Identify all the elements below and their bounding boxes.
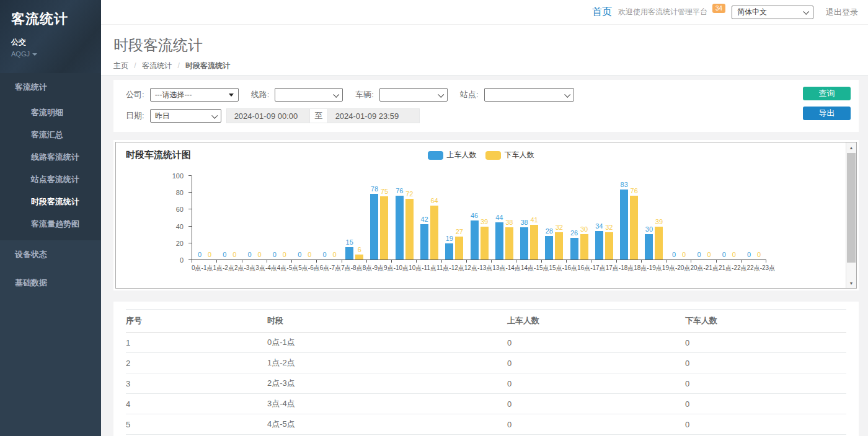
bar-group: 7875 bbox=[367, 176, 392, 259]
line-select[interactable] bbox=[275, 88, 343, 102]
company-label: 公司: bbox=[126, 89, 144, 100]
chart-scrollbar: ▲ ▼ bbox=[846, 142, 856, 288]
bar-value-label: 44 bbox=[495, 214, 503, 221]
sidebar-item-station-stats[interactable]: 站点客流统计 bbox=[0, 168, 101, 191]
org-name: 公交 bbox=[11, 37, 90, 48]
bar-group: 2630 bbox=[567, 176, 591, 259]
bar-value-label: 0 bbox=[757, 251, 761, 258]
export-button[interactable]: 导出 bbox=[803, 107, 851, 120]
bar-value-label: 6 bbox=[358, 246, 361, 253]
bar: 78 bbox=[370, 194, 378, 259]
bar-group: 1927 bbox=[442, 176, 467, 259]
bar: 15 bbox=[345, 247, 353, 259]
table-cell: 0 bbox=[685, 353, 846, 373]
bar: 64 bbox=[430, 206, 438, 259]
bar-group: 4264 bbox=[417, 176, 441, 259]
table-cell: 0 bbox=[507, 414, 685, 435]
bar-value-label: 0 bbox=[682, 251, 686, 258]
bar-value-label: 30 bbox=[580, 225, 588, 233]
bar-group: 00 bbox=[267, 176, 292, 259]
date-end-input[interactable]: 2024-01-09 23:59 bbox=[327, 108, 420, 123]
query-button[interactable]: 查询 bbox=[803, 87, 851, 100]
bar-group: 00 bbox=[292, 176, 317, 259]
sidebar-item-passenger-summary[interactable]: 客流汇总 bbox=[0, 124, 101, 146]
x-tick-mark bbox=[392, 260, 417, 263]
y-tick-label: 60 bbox=[176, 206, 184, 213]
station-select[interactable] bbox=[484, 88, 574, 102]
scrollbar-thumb[interactable] bbox=[847, 153, 856, 263]
sidebar-item-passenger-detail[interactable]: 客流明细 bbox=[0, 102, 101, 124]
date-start-input[interactable]: 2024-01-09 00:00 bbox=[226, 108, 310, 123]
x-tick-mark bbox=[542, 260, 567, 263]
bar-value-label: 32 bbox=[556, 224, 563, 231]
date-to-label: 至 bbox=[310, 108, 327, 123]
period-stats-table: 序号 时段 上车人数 下车人数 10点-1点0021点-2点0032点-3点00… bbox=[126, 309, 846, 436]
bar: 41 bbox=[530, 225, 538, 259]
y-tick-label: 100 bbox=[172, 172, 184, 180]
bar: 28 bbox=[545, 236, 553, 259]
bar-group: 00 bbox=[742, 176, 766, 259]
logout-link[interactable]: 退出登录 bbox=[826, 7, 858, 18]
x-tick-label: 15点-16点 bbox=[549, 264, 578, 272]
date-label: 日期: bbox=[126, 110, 144, 121]
bar-value-label: 0 bbox=[322, 251, 326, 258]
table-cell: 0 bbox=[685, 394, 846, 414]
x-tick-mark bbox=[642, 260, 666, 263]
sidebar-item-passenger-stats[interactable]: 客流统计 bbox=[0, 73, 101, 102]
bar: 83 bbox=[620, 190, 628, 259]
x-tick-mark bbox=[267, 260, 292, 263]
legend-item-boarding[interactable]: 上车人数 bbox=[428, 150, 477, 160]
table-cell: 1点-2点 bbox=[267, 353, 507, 373]
x-tick-label: 17点-18点 bbox=[606, 264, 634, 272]
vehicle-select[interactable] bbox=[379, 88, 448, 102]
scroll-down-arrow[interactable]: ▼ bbox=[846, 278, 856, 288]
company-select[interactable]: ---请选择--- bbox=[150, 88, 239, 102]
welcome-text: 欢迎使用客流统计管理平台 bbox=[618, 7, 707, 17]
x-tick-label: 4点-5点 bbox=[277, 264, 298, 272]
bar: 46 bbox=[471, 220, 479, 259]
x-tick-label: 2点-3点 bbox=[234, 264, 255, 272]
date-preset-select[interactable]: 昨日 bbox=[150, 109, 221, 123]
bar: 19 bbox=[445, 243, 453, 259]
language-select[interactable]: 简体中文 bbox=[732, 6, 813, 19]
bar-value-label: 39 bbox=[480, 218, 488, 225]
bar: 76 bbox=[630, 196, 638, 259]
home-link[interactable]: 首页 bbox=[592, 6, 612, 19]
table-row: 43点-4点00 bbox=[126, 394, 846, 414]
table-row: 10点-1点00 bbox=[126, 333, 846, 353]
notification-badge: 34 bbox=[712, 4, 725, 13]
x-tick-mark bbox=[442, 260, 467, 263]
table-cell: 0 bbox=[507, 353, 685, 373]
breadcrumb-section[interactable]: 客流统计 bbox=[142, 61, 172, 70]
scroll-up-arrow[interactable]: ▲ bbox=[846, 142, 856, 152]
bar-value-label: 41 bbox=[530, 216, 538, 224]
sidebar-item-base-data[interactable]: 基础数据 bbox=[0, 269, 101, 297]
table-cell: 3点-4点 bbox=[267, 394, 507, 414]
bar-group: 2832 bbox=[542, 176, 567, 259]
sidebar-item-line-stats[interactable]: 线路客流统计 bbox=[0, 146, 101, 168]
chart-y-axis: 020406080100 bbox=[116, 176, 192, 260]
bar-value-label: 0 bbox=[208, 251, 211, 258]
x-tick-mark bbox=[742, 260, 766, 263]
sidebar-nav: 客流统计 客流明细 客流汇总 线路客流统计 站点客流统计 时段客流统计 客流量趋… bbox=[0, 73, 101, 297]
sidebar-item-device-status[interactable]: 设备状态 bbox=[0, 240, 101, 269]
x-tick-label: 0点-1点 bbox=[192, 264, 213, 272]
user-dropdown[interactable]: AQGJ bbox=[11, 50, 90, 58]
breadcrumb-home[interactable]: 主页 bbox=[113, 61, 128, 70]
sidebar-item-trend-chart[interactable]: 客流量趋势图 bbox=[0, 213, 101, 235]
x-tick-label: 12点-13点 bbox=[464, 264, 493, 272]
legend-item-alighting[interactable]: 下车人数 bbox=[485, 150, 534, 160]
x-tick-label: 8点-9点 bbox=[363, 264, 384, 272]
bar: 39 bbox=[480, 227, 489, 259]
bar-value-label: 0 bbox=[283, 251, 286, 258]
bar-value-label: 39 bbox=[655, 218, 663, 225]
bar-value-label: 0 bbox=[273, 251, 277, 258]
x-tick-mark bbox=[467, 260, 492, 263]
app-logo: 客流统计 bbox=[11, 10, 90, 28]
x-tick-mark bbox=[317, 260, 342, 263]
sidebar-item-period-stats[interactable]: 时段客流统计 bbox=[0, 191, 101, 213]
chart-legend: 上车人数 下车人数 bbox=[116, 150, 846, 160]
x-tick-label: 22点-23点 bbox=[747, 264, 776, 272]
bar-value-label: 38 bbox=[505, 219, 513, 226]
y-tick-label: 80 bbox=[176, 189, 184, 196]
